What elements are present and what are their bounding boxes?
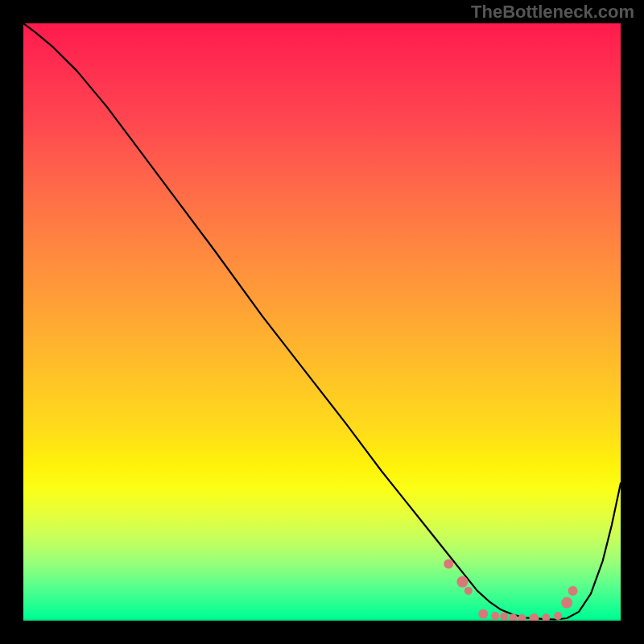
chart-marker [518,614,526,621]
chart-marker [444,559,453,569]
chart-curve [23,23,621,620]
chart-overlay [23,23,621,621]
watermark-text: TheBottleneck.com [471,2,634,23]
chart-marker [478,609,488,619]
chart-marker [464,587,473,595]
chart-marker [554,612,562,620]
chart-marker [561,597,572,609]
chart-marker [568,586,578,596]
chart-marker [491,612,499,620]
chart-marker [529,613,539,621]
chart-markers [444,559,577,621]
chart-marker [542,613,550,621]
chart-marker [456,576,468,588]
chart-marker [500,613,508,621]
chart-plot-area [23,23,621,621]
